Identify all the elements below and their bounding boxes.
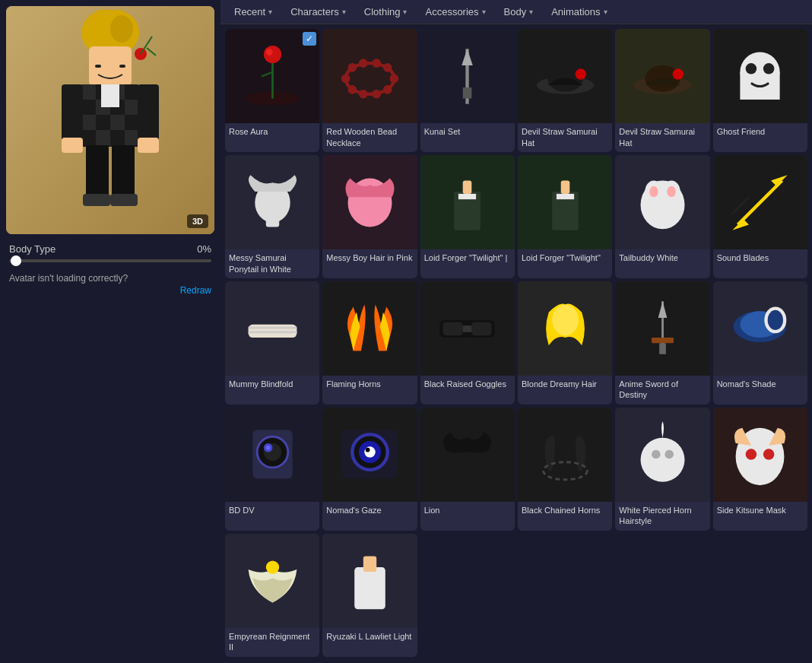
item-card-side-kitsune-mask[interactable]: Side Kitsune Mask [713,408,807,531]
item-card-red-wooden-bead[interactable]: Red Wooden Bead Necklace [322,29,417,152]
svg-rect-20 [112,145,135,198]
item-image-nomads-shade [713,281,807,376]
item-image-loid-forger-twilight [420,155,515,249]
body-type-section: Body Type 0% Avatar isn't loading correc… [6,243,214,296]
item-card-devil-straw-hat-1[interactable]: Devil Straw Samurai Hat [518,29,612,152]
item-card-kunai-set[interactable]: Kunai Set [420,29,515,152]
item-image-black-raised-goggles [420,281,515,376]
item-image-ryuzaki-lawliet [322,534,417,628]
item-card-nomads-gaze[interactable]: Nomad's Gaze [322,408,417,531]
item-label-anime-sword: Anime Sword of Destiny [615,376,709,404]
item-card-nomads-shade[interactable]: Nomad's Shade [713,281,807,404]
item-card-black-chained-horns[interactable]: Black Chained Horns [518,408,612,531]
svg-rect-6 [81,84,96,100]
svg-rect-12 [96,130,110,145]
svg-point-41 [347,85,357,94]
item-image-loid-forger-twilight-2 [518,155,612,249]
svg-rect-72 [248,326,297,328]
item-image-anime-sword [615,281,709,376]
item-card-loid-forger-twilight[interactable]: Loid Forger "Twilight" | [420,155,515,278]
item-image-red-wooden-bead [322,29,417,123]
item-card-lion[interactable]: Lion [420,408,515,531]
svg-rect-73 [248,331,297,333]
redraw-button[interactable]: Redraw [9,285,211,296]
item-card-black-raised-goggles[interactable]: Black Raised Goggles [420,281,515,404]
item-label-white-pierced-horn: White Pierced Horn Hairstyle [615,502,709,531]
item-card-messy-boy-hair[interactable]: Messy Boy Hair in Pink [322,155,417,278]
right-panel: Recent▾Characters▾Clothing▾Accessories▾B… [220,0,812,663]
nav-label-characters: Characters [290,6,339,17]
item-card-white-pierced-horn[interactable]: White Pierced Horn Hairstyle [615,408,709,531]
item-label-messy-samurai: Messy Samurai Ponytail in White [225,249,319,278]
item-card-devil-straw-hat-2[interactable]: Devil Straw Samurai Hat [615,29,709,152]
svg-rect-109 [363,557,376,572]
svg-point-29 [264,46,281,63]
item-label-side-kitsune-mask: Side Kitsune Mask [713,502,807,519]
svg-line-70 [733,197,750,214]
item-image-nomads-gaze [322,408,417,502]
items-grid: ✓Rose AuraRed Wooden Bead NecklaceKunai … [220,24,812,663]
svg-point-1 [110,15,133,43]
svg-point-78 [552,304,579,335]
svg-rect-60 [463,180,472,193]
svg-rect-18 [138,138,159,153]
svg-rect-59 [458,193,476,198]
item-image-empyrean-reignment [225,534,319,628]
svg-rect-10 [81,115,96,130]
svg-point-40 [359,90,368,99]
item-card-bd-dv[interactable]: BD DV [225,408,319,531]
item-label-lion: Lion [420,502,515,519]
item-image-rose-aura: ✓ [225,29,319,123]
svg-point-50 [673,68,684,80]
svg-rect-81 [652,338,674,343]
svg-rect-13 [125,130,139,145]
chevron-down-icon: ▾ [529,8,533,16]
nav-item-recent[interactable]: Recent▾ [227,2,280,22]
svg-rect-75 [443,322,463,335]
item-label-empyrean-reignment: Empyrean Reignment II [225,628,319,657]
item-image-bd-dv [225,408,319,502]
item-card-blonde-dreamy-hair[interactable]: Blonde Dreamy Hair [518,281,612,404]
body-type-slider[interactable] [9,259,211,262]
svg-rect-9 [125,100,139,115]
nav-item-accessories[interactable]: Accessories▾ [417,2,493,22]
item-card-loid-forger-twilight-2[interactable]: Loid Forger "Twilight" [518,155,612,278]
item-label-flaming-horns: Flaming Horns [322,376,417,393]
svg-rect-15 [62,84,83,141]
svg-marker-43 [462,49,474,65]
item-card-ryuzaki-lawliet[interactable]: Ryuzaki L Lawliet Light [322,534,417,657]
item-card-tailbuddy-white[interactable]: Tailbuddy White [615,155,709,278]
item-checkbox[interactable]: ✓ [303,32,316,46]
item-card-empyrean-reignment[interactable]: Empyrean Reignment II [225,534,319,657]
item-label-tailbuddy-white: Tailbuddy White [615,249,709,267]
nav-item-clothing[interactable]: Clothing▾ [357,2,415,22]
item-card-anime-sword[interactable]: Anime Sword of Destiny [615,281,709,404]
item-image-flaming-horns [322,281,417,376]
item-card-messy-samurai[interactable]: Messy Samurai Ponytail in White [225,155,319,278]
item-image-tailbuddy-white [615,155,709,249]
nav-item-characters[interactable]: Characters▾ [283,2,354,22]
chevron-down-icon: ▾ [604,8,607,16]
svg-point-103 [746,449,757,461]
svg-rect-16 [138,84,159,141]
item-image-ghost-friend [713,29,807,123]
svg-rect-82 [659,343,666,354]
nav-item-body[interactable]: Body▾ [496,2,541,22]
item-card-ghost-friend[interactable]: Ghost Friend [713,29,807,152]
slider-thumb[interactable] [11,255,21,266]
svg-point-101 [665,450,674,459]
svg-rect-62 [557,193,574,198]
item-card-mummy-blindfold[interactable]: Mummy Blindfold [225,281,319,404]
svg-rect-71 [248,324,297,337]
avatar-container: 3D [6,6,214,234]
item-image-mummy-blindfold [225,281,319,376]
svg-rect-3 [95,65,101,68]
svg-point-86 [768,309,783,329]
item-card-rose-aura[interactable]: ✓Rose Aura [225,29,319,152]
item-card-sound-blades[interactable]: Sound Blades [713,155,807,278]
item-card-flaming-horns[interactable]: Flaming Horns [322,281,417,404]
item-image-white-pierced-horn [615,408,709,502]
item-label-nomads-gaze: Nomad's Gaze [322,502,417,519]
chevron-down-icon: ▾ [482,8,486,16]
nav-item-animations[interactable]: Animations▾ [544,2,614,22]
